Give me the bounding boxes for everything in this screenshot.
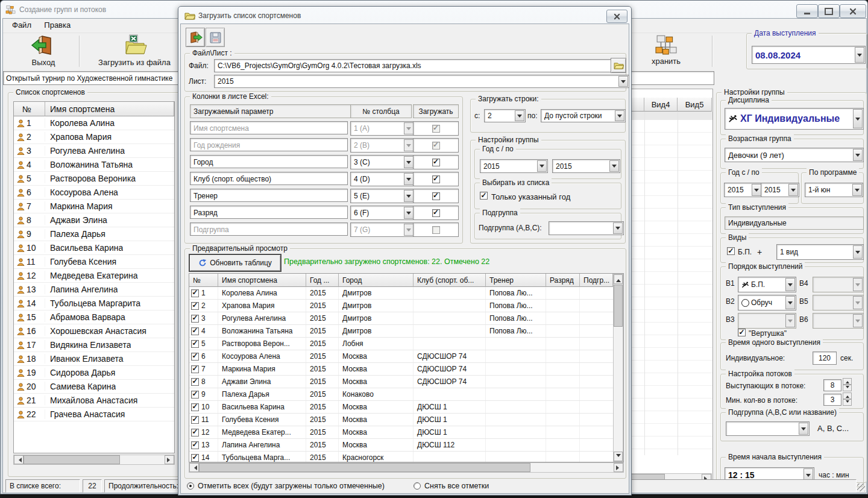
discipline-combo[interactable]: ХГ Индивидуальные	[725, 108, 864, 130]
minimize-button[interactable]	[796, 4, 818, 18]
menu-file[interactable]: Файл	[7, 19, 37, 31]
column-param-input[interactable]: Город	[190, 155, 348, 168]
time-one-field[interactable]: 120	[813, 351, 837, 365]
preview-row[interactable]: 6 Косоурова Алена 2015 Москва СДЮСШОР 74	[189, 350, 613, 363]
browse-button[interactable]	[611, 58, 626, 73]
athlete-row[interactable]: 16 Хорошевская Анастасия	[14, 324, 174, 338]
program-combo[interactable]: 1-й юн	[805, 183, 863, 197]
athletes-hscroll-thumb[interactable]	[24, 455, 120, 464]
dialog-close-button[interactable]	[606, 10, 627, 23]
rows-from-combo[interactable]: 2	[484, 109, 526, 122]
b1-combo[interactable]: Б.П.	[738, 277, 796, 292]
file-path-input[interactable]: C:\VB6_Projects\GymOrg\GymOrg 4.0.2\Тест…	[214, 59, 612, 72]
preview-row[interactable]: 12 Медведева Екатер... 2015 Москва ДЮСШ …	[189, 426, 613, 439]
discipline-arrow[interactable]	[853, 109, 863, 128]
athlete-row[interactable]: 11 Голубева Ксения	[14, 255, 174, 269]
athlete-row[interactable]: 17 Видякина Елизавета	[14, 338, 174, 352]
athlete-row[interactable]: 1 Королева Алина	[14, 116, 174, 130]
kinds-combo[interactable]: 1 вид	[776, 244, 864, 260]
athlete-row[interactable]: 10 Васильева Карина	[14, 241, 174, 255]
athletes-header-name[interactable]: Имя спортсмена	[45, 102, 174, 116]
refresh-table-button[interactable]: Обновить таблицу	[189, 254, 281, 272]
vertushka-checkbox[interactable]	[738, 329, 746, 336]
athlete-row[interactable]: 19 Сидорова Дарья	[14, 366, 174, 380]
preview-row[interactable]: 8 Аджави Элина 2015 Москва СДЮСШОР 74	[189, 376, 613, 388]
athletes-hscrollbar[interactable]	[13, 455, 175, 465]
column-load-checkbox[interactable]	[432, 192, 440, 200]
dialog-subgroup-combo[interactable]	[549, 221, 624, 235]
subgroup-combo[interactable]	[726, 421, 810, 436]
column-number-combo[interactable]: 3 (C)	[350, 155, 415, 169]
preview-header-subgroup[interactable]: Подгр...	[580, 274, 613, 287]
b1-arrow[interactable]	[785, 278, 795, 291]
preview-row[interactable]: 5 Растворова Верон... 2015 Лобня	[189, 338, 613, 350]
only-year-checkbox[interactable]	[480, 192, 488, 200]
preview-header-coach[interactable]: Тренер	[486, 274, 546, 287]
athlete-row[interactable]: 14 Тубольцева Маргарита	[14, 297, 174, 310]
preview-vscrollbar[interactable]	[613, 274, 623, 462]
athlete-row[interactable]: 22 Грачева Анастасия	[14, 408, 174, 421]
athlete-row[interactable]: 7 Маркина Мария	[14, 200, 174, 213]
sheet-arrow[interactable]	[618, 76, 628, 87]
column-load-checkbox[interactable]	[432, 209, 440, 217]
preview-row[interactable]: 11 Голубева Ксения 2015 Москва ДЮСШ 1	[189, 414, 613, 426]
preview-header-year[interactable]: Год ...	[306, 274, 339, 287]
flow-min-field[interactable]: 3	[823, 394, 841, 406]
b2-arrow[interactable]	[785, 296, 795, 309]
preview-row[interactable]: 2 Храпова Мария 2015 Дмитров Попова Лю..…	[189, 300, 613, 312]
athlete-row[interactable]: 9 Палеха Дарья	[14, 227, 174, 241]
column-param-input[interactable]: Имя спортсмена	[190, 121, 348, 134]
age-arrow[interactable]	[853, 149, 863, 161]
row-checkbox[interactable]	[191, 454, 199, 462]
bp-checkbox[interactable]	[727, 247, 735, 255]
preview-row[interactable]: 4 Воложанина Татьяна 2015 Дмитров Попова…	[189, 325, 613, 338]
row-checkbox[interactable]	[191, 378, 199, 386]
flow-size-field[interactable]: 8	[823, 379, 841, 391]
column-param-input[interactable]: Год рождения	[190, 138, 348, 151]
rows-to-combo[interactable]: До пустой строки	[541, 109, 626, 122]
year-from-combo[interactable]: 2015	[724, 183, 763, 197]
save-button[interactable]: хранить	[624, 34, 708, 69]
row-checkbox[interactable]	[191, 289, 199, 297]
column-number-combo[interactable]: 6 (F)	[350, 206, 415, 220]
row-checkbox[interactable]	[191, 302, 199, 310]
column-param-input[interactable]: Клуб (спорт. общество)	[190, 172, 348, 185]
athlete-row[interactable]: 15 Абрамова Варвара	[14, 310, 174, 324]
preview-row[interactable]: 1 Королева Алина 2015 Дмитров Попова Лю.…	[189, 287, 613, 300]
row-checkbox[interactable]	[191, 315, 199, 323]
dialog-year-to[interactable]: 2015	[552, 159, 620, 173]
preview-row[interactable]: 3 Рогулева Ангелина 2015 Дмитров Попова …	[189, 312, 613, 325]
year-to-combo[interactable]: 2015	[761, 183, 799, 197]
row-checkbox[interactable]	[191, 327, 199, 335]
flow-size-spinner[interactable]	[843, 378, 852, 391]
athlete-row[interactable]: 12 Медведева Екатерина	[14, 269, 174, 283]
preview-header-club[interactable]: Клуб (спорт. об...	[414, 274, 486, 287]
preview-scroll-left[interactable]	[189, 463, 199, 472]
column-load-checkbox[interactable]	[432, 142, 440, 150]
athlete-row[interactable]: 8 Аджави Элина	[14, 213, 174, 227]
column-load-checkbox[interactable]	[432, 175, 440, 183]
preview-row[interactable]: 9 Палеха Дарья 2015 Конаково	[189, 388, 613, 401]
close-button[interactable]	[840, 4, 866, 18]
preview-header-rank[interactable]: Разряд	[546, 274, 580, 287]
preview-scroll-up[interactable]	[614, 274, 623, 284]
athlete-row[interactable]: 2 Храпова Мария	[14, 130, 174, 144]
athlete-row[interactable]: 21 Михайлова Анастасия	[14, 394, 174, 408]
preview-scroll-down[interactable]	[614, 452, 623, 461]
athletes-scroll-right[interactable]	[165, 455, 174, 464]
dialog-year-from[interactable]: 2015	[480, 159, 548, 173]
column-number-combo[interactable]: 4 (D)	[350, 172, 415, 186]
uncheck-all-radio[interactable]	[414, 482, 421, 490]
column-load-checkbox[interactable]	[432, 125, 440, 133]
athlete-row[interactable]: 4 Воложанина Татьяна	[14, 158, 174, 172]
age-combo[interactable]: Девочки (9 лет)	[725, 148, 864, 162]
column-number-combo[interactable]: 1 (A)	[350, 121, 415, 136]
check-all-radio[interactable]	[187, 482, 194, 490]
preview-row[interactable]: 7 Маркина Мария 2015 Москва СДЮСШОР 74	[189, 363, 613, 376]
row-checkbox[interactable]	[191, 416, 199, 424]
row-checkbox[interactable]	[191, 429, 199, 437]
preview-row[interactable]: 10 Васильева Карина 2015 Москва ДЮСШ 1	[189, 401, 613, 414]
resize-grip[interactable]	[857, 484, 865, 491]
rows-from-arrow[interactable]	[515, 110, 524, 121]
athlete-row[interactable]: 3 Рогулева Ангелина	[14, 144, 174, 158]
